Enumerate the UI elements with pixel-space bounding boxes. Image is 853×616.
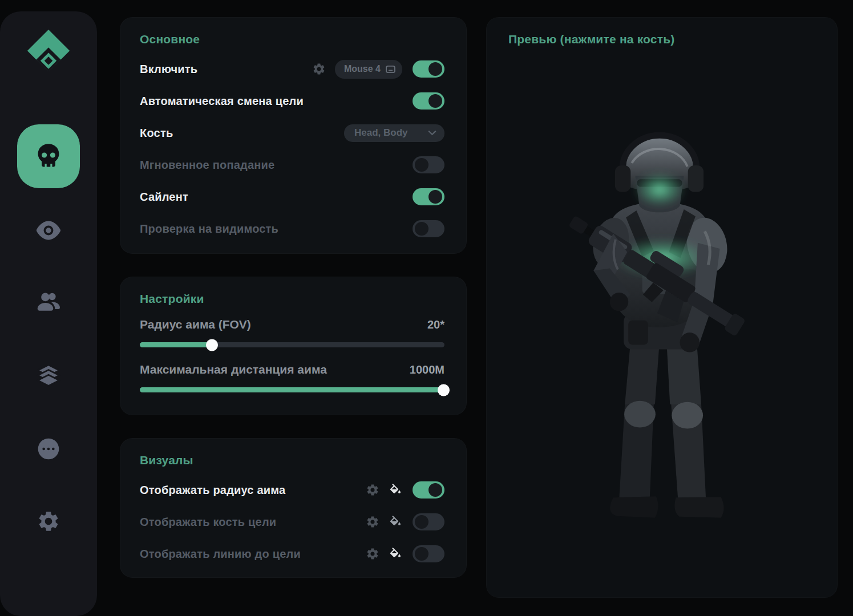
sidebar-item-layers[interactable] xyxy=(37,364,60,387)
bone-dropdown[interactable]: Head, Body xyxy=(344,124,444,142)
sidebar xyxy=(0,11,97,616)
panel-preview-title: Превью (нажмите на кость) xyxy=(508,33,815,46)
row-show-fov: Отображать радиус аима xyxy=(140,474,444,506)
sidebar-item-visuals[interactable] xyxy=(36,221,61,240)
layers-icon xyxy=(37,364,60,387)
row-visibility-check-label: Проверка на видимость xyxy=(140,222,278,236)
row-auto-target-label: Автоматическая смена цели xyxy=(140,95,304,108)
row-show-line-label: Отображать линию до цели xyxy=(140,548,301,561)
fov-slider-value: 20* xyxy=(427,318,444,331)
panel-visuals-title: Визуалы xyxy=(140,453,444,467)
show-bone-color-icon[interactable] xyxy=(389,515,402,529)
eye-icon xyxy=(36,221,61,240)
row-enable-label: Включить xyxy=(140,63,197,76)
row-show-bone-label: Отображать кость цели xyxy=(140,516,276,529)
silent-toggle[interactable] xyxy=(413,188,444,205)
distance-slider-knob[interactable] xyxy=(438,384,450,396)
row-instant-hit-label: Мгновенное попадание xyxy=(140,159,274,172)
panel-preview: Превью (нажмите на кость) xyxy=(486,17,838,598)
show-fov-color-icon[interactable] xyxy=(389,483,402,497)
show-line-color-icon[interactable] xyxy=(389,547,402,561)
distance-slider-group: Максимальная дистанция аима 1000M xyxy=(140,358,444,392)
row-enable: Включить Mouse 4 xyxy=(140,53,444,85)
show-line-gear-icon[interactable] xyxy=(366,547,379,561)
panel-settings-title: Настройки xyxy=(140,292,444,306)
users-icon xyxy=(36,291,61,313)
row-show-bone: Отображать кость цели xyxy=(140,506,444,538)
row-show-line: Отображать линию до цели xyxy=(140,538,444,570)
keybind-button[interactable]: Mouse 4 xyxy=(335,60,402,79)
bone-dropdown-value: Head, Body xyxy=(354,127,408,139)
panel-visuals: Визуалы Отображать радиус аима Отображат… xyxy=(120,438,467,578)
show-fov-toggle[interactable] xyxy=(413,481,444,499)
distance-slider[interactable] xyxy=(140,387,444,392)
row-show-fov-label: Отображать радиус аима xyxy=(140,484,285,497)
enable-toggle[interactable] xyxy=(413,60,444,78)
sidebar-item-aimbot[interactable] xyxy=(17,124,80,188)
fov-slider-label: Радиус аима (FOV) xyxy=(140,318,251,331)
distance-slider-value: 1000M xyxy=(410,363,444,376)
show-bone-gear-icon[interactable] xyxy=(366,515,379,529)
app-window: Основное Включить Mouse 4 Автоматическая… xyxy=(0,0,853,616)
visibility-check-toggle[interactable] xyxy=(413,220,444,237)
row-auto-target: Автоматическая смена цели xyxy=(140,85,444,117)
chat-dots-icon xyxy=(37,437,60,460)
panel-settings: Настройки Радиус аима (FOV) 20* Максимал… xyxy=(120,277,467,415)
row-silent-label: Сайлент xyxy=(140,191,188,204)
key-icon xyxy=(386,66,395,73)
sidebar-item-players[interactable] xyxy=(36,291,61,313)
fov-slider-knob[interactable] xyxy=(206,339,218,351)
distance-slider-label: Максимальная дистанция аима xyxy=(140,363,327,376)
row-bone-label: Кость xyxy=(140,127,173,140)
keybind-label: Mouse 4 xyxy=(344,64,381,74)
show-fov-gear-icon[interactable] xyxy=(366,483,379,497)
row-visibility-check: Проверка на видимость xyxy=(140,213,444,245)
enable-settings-gear-icon[interactable] xyxy=(312,62,326,76)
sidebar-item-chat[interactable] xyxy=(37,437,60,460)
fov-slider-group: Радиус аима (FOV) 20* xyxy=(140,313,444,347)
sidebar-item-settings[interactable] xyxy=(37,509,60,533)
chevron-down-icon xyxy=(428,130,436,136)
row-bone: Кость Head, Body xyxy=(140,117,444,149)
show-bone-toggle[interactable] xyxy=(413,513,444,530)
panel-main: Основное Включить Mouse 4 Автоматическая… xyxy=(120,17,467,254)
instant-hit-toggle[interactable] xyxy=(413,156,444,173)
panel-main-title: Основное xyxy=(140,33,444,46)
row-instant-hit: Мгновенное попадание xyxy=(140,149,444,181)
auto-target-toggle[interactable] xyxy=(413,92,444,110)
row-silent: Сайлент xyxy=(140,181,444,213)
gear-icon xyxy=(37,509,60,533)
skull-icon xyxy=(34,141,63,171)
brand-diamond-logo xyxy=(26,29,71,75)
fov-slider[interactable] xyxy=(140,342,444,347)
show-line-toggle[interactable] xyxy=(413,545,444,562)
preview-soldier-model[interactable] xyxy=(554,129,765,529)
